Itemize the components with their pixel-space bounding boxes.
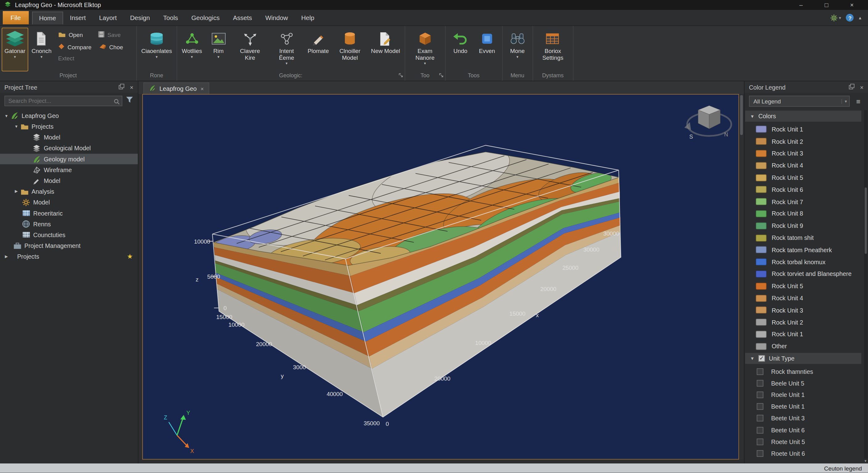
gatonar-button[interactable]: Gatonar ▾ xyxy=(2,28,28,71)
unit-entry[interactable]: Beete Unit 3 xyxy=(744,413,868,424)
legend-entry[interactable]: Rock Unit 2 xyxy=(744,135,868,147)
tree-item-analysis[interactable]: ▶Analysis xyxy=(0,186,138,197)
legend-entry[interactable]: Rock Unit 7 xyxy=(744,196,868,208)
legend-entry[interactable]: Rock tatom Pneatherk xyxy=(744,244,868,256)
menu-design[interactable]: Design xyxy=(123,12,156,24)
rim-button[interactable]: Rim ▾ xyxy=(205,28,232,71)
filter-funnel-icon[interactable] xyxy=(126,96,133,105)
expander-icon[interactable]: ▶ xyxy=(13,190,20,194)
new-model-button[interactable]: New Model xyxy=(368,28,403,71)
scene-canvas[interactable]: 10000 5000 0 z 15000 10000 20000 3000 40… xyxy=(143,94,739,460)
help-icon[interactable]: ? xyxy=(846,14,854,22)
intent-eeme-button[interactable]: Intent Ěeme ▾ xyxy=(268,28,305,71)
checkbox-icon[interactable] xyxy=(757,450,764,457)
tree-item-project-management[interactable]: Project Management xyxy=(0,240,138,251)
float-panel-icon[interactable] xyxy=(118,83,125,91)
choe-button[interactable]: Choe xyxy=(99,42,131,51)
tree-item-projects[interactable]: ▼Projects xyxy=(0,121,138,132)
legend-entry[interactable]: Rock Unit 1 xyxy=(744,123,868,135)
exam-nanore-button[interactable]: Exam Nanore ▾ xyxy=(407,28,443,71)
close-panel-icon[interactable]: × xyxy=(130,84,133,91)
legend-entry[interactable]: Rock Unit 3 xyxy=(744,304,868,316)
legend-entry[interactable]: Rock Unit 6 xyxy=(744,183,868,196)
tree-item-geological-model[interactable]: Geological Model xyxy=(0,143,138,154)
mone-button[interactable]: Mone ▾ xyxy=(504,28,531,71)
viewport-scrollbar[interactable] xyxy=(740,94,743,460)
unit-entry[interactable]: Beele Unit 5 xyxy=(744,377,868,389)
extect-button[interactable]: Extect xyxy=(58,55,90,62)
search-input[interactable] xyxy=(4,96,122,106)
checkbox-icon[interactable] xyxy=(757,439,764,445)
scroll-down-icon[interactable]: ▾ xyxy=(863,459,868,464)
colors-section-header[interactable]: ▼ Colors xyxy=(745,110,861,122)
unit-type-section-header[interactable]: ▼ ✓ Unit Type xyxy=(745,353,861,364)
tree-item-renns[interactable]: Renns xyxy=(0,218,138,229)
expander-icon[interactable]: ▼ xyxy=(3,114,9,118)
legend-entry[interactable]: Rock Unit 8 xyxy=(744,208,868,220)
scrollbar-thumb[interactable] xyxy=(865,188,867,254)
dialog-launcher-icon[interactable] xyxy=(399,73,403,79)
menu-home[interactable]: Home xyxy=(32,11,63,24)
compare-button[interactable]: Compare xyxy=(58,42,92,51)
maximize-icon[interactable]: □ xyxy=(815,0,838,10)
legend-scrollbar[interactable] xyxy=(864,110,867,458)
menu-layort[interactable]: Layort xyxy=(92,12,124,24)
legend-entry[interactable]: Rock tatom shit xyxy=(744,232,868,244)
legend-entry[interactable]: Rock Unit 2 xyxy=(744,316,868,328)
legend-entry[interactable]: Rock Unit 5 xyxy=(744,171,868,183)
tree-item-model[interactable]: Model xyxy=(0,132,138,143)
legend-entry[interactable]: Rock Unit 4 xyxy=(744,160,868,171)
cnonch-button[interactable]: Cnonch ▾ xyxy=(28,28,55,71)
legend-entry[interactable]: Rock Unit 1 xyxy=(744,328,868,340)
wotllies-button[interactable]: Wotllies ▾ xyxy=(179,28,205,71)
menu-insert[interactable]: Insert xyxy=(63,12,92,24)
legend-entry[interactable]: Rock Unit 4 xyxy=(744,292,868,304)
close-panel-icon[interactable]: × xyxy=(860,84,864,91)
evven-button[interactable]: Evven xyxy=(474,28,500,71)
tree-item-reoeritaric[interactable]: Reoeritaric xyxy=(0,208,138,218)
legend-dropdown[interactable]: All Legend▾ xyxy=(749,96,850,107)
menu-assets[interactable]: Assets xyxy=(226,12,258,24)
tree-item-model-gear[interactable]: Model xyxy=(0,197,138,208)
tree-item-model-pencil[interactable]: Model xyxy=(0,175,138,186)
legend-menu-button[interactable]: ≡ xyxy=(853,96,863,106)
tab-leapfrog-geo[interactable]: Leapfrog Geo × xyxy=(143,82,209,94)
save-button[interactable]: Save xyxy=(98,31,130,39)
legend-entry[interactable]: Rock Unit 3 xyxy=(744,147,868,160)
tree-item-geology-model[interactable]: Geology model xyxy=(0,154,138,164)
minimize-icon[interactable]: – xyxy=(789,0,812,10)
settings-gear-icon[interactable]: ▾ xyxy=(831,14,841,21)
unit-entry[interactable]: Roete Unit 5 xyxy=(744,436,868,448)
menu-geologics[interactable]: Geologics xyxy=(185,12,226,24)
boriox-settings-button[interactable]: Boriox Settings xyxy=(534,28,571,71)
unit-entry[interactable]: Beete Unit 1 xyxy=(744,401,868,412)
unit-entry[interactable]: Roete Unit 6 xyxy=(744,448,868,460)
legend-entry[interactable]: Other xyxy=(744,340,868,352)
close-icon[interactable]: × xyxy=(840,0,863,10)
unit-entry[interactable]: Rock thamnties xyxy=(744,366,868,377)
orientation-cube[interactable]: S N xyxy=(684,106,731,140)
menu-window[interactable]: Window xyxy=(258,12,295,24)
checkbox-icon[interactable] xyxy=(757,403,764,410)
tree-item-leapfrog-geo[interactable]: ▼Leapfrog Geo xyxy=(0,110,138,121)
legend-entry[interactable]: Rock Unit 9 xyxy=(744,220,868,232)
tree-item-counctuties[interactable]: Counctuties xyxy=(0,229,138,240)
menu-tools[interactable]: Tools xyxy=(157,12,185,24)
checkbox-icon[interactable] xyxy=(757,392,764,399)
float-panel-icon[interactable] xyxy=(848,83,855,91)
checkbox-icon[interactable] xyxy=(757,427,764,434)
tab-close-icon[interactable]: × xyxy=(201,85,204,92)
checkbox-checked-icon[interactable]: ✓ xyxy=(758,355,765,362)
expander-icon[interactable]: ▼ xyxy=(750,114,754,119)
expander-icon[interactable]: ▼ xyxy=(750,356,754,361)
expander-icon[interactable]: ▼ xyxy=(13,125,20,129)
undo-button[interactable]: Undo xyxy=(447,28,474,71)
ciaoenlates-button[interactable]: Ciaoenlates ▾ xyxy=(138,28,175,71)
menu-file[interactable]: File xyxy=(3,11,29,24)
unit-entry[interactable]: Roele Unit 1 xyxy=(744,389,868,401)
unit-entry[interactable]: Beete Unit 6 xyxy=(744,424,868,436)
checkbox-icon[interactable] xyxy=(757,368,764,375)
clavere-kire-button[interactable]: Clavere Kire xyxy=(232,28,269,71)
tree-item-wireframe[interactable]: Wireframe xyxy=(0,164,138,175)
legend-entry[interactable]: Rock Unit 5 xyxy=(744,280,868,292)
